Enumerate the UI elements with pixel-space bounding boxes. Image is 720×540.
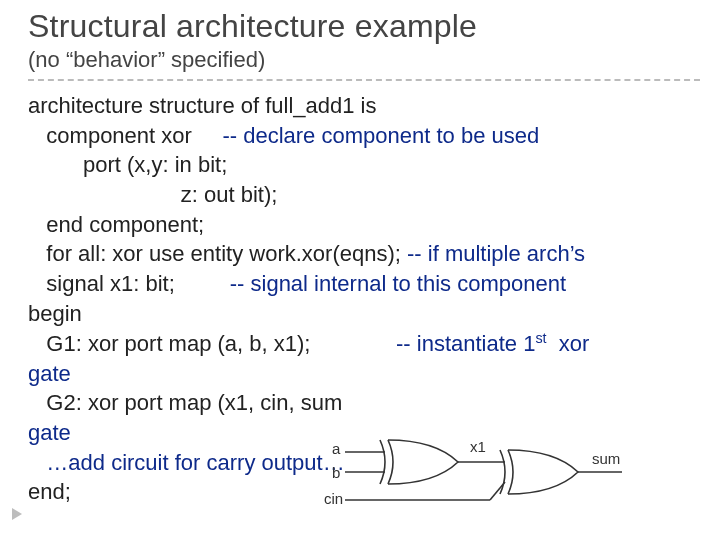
divider <box>28 79 700 81</box>
slide-subtitle: (no “behavior” specified) <box>28 47 700 73</box>
code-line: port (x,y: in bit; <box>28 152 227 177</box>
code-line: begin <box>28 301 82 326</box>
label-a: a <box>332 440 340 457</box>
code-line: gate <box>28 420 71 445</box>
code-line: signal x1: bit; -- signal internal to th… <box>28 271 566 296</box>
label-b: b <box>332 464 340 481</box>
code-line: gate <box>28 361 71 386</box>
label-x1: x1 <box>470 438 486 455</box>
label-sum: sum <box>592 450 620 467</box>
code-line: end; <box>28 479 71 504</box>
code-line: component xor -- declare component to be… <box>28 123 539 148</box>
code-line: for all: xor use entity work.xor(eqns); … <box>28 241 585 266</box>
code-line: z: out bit); <box>28 182 277 207</box>
code-line: architecture structure of full_add1 is <box>28 93 377 118</box>
schematic-diagram: a b cin x1 sum <box>330 430 630 525</box>
bullet-arrow-icon <box>12 508 22 520</box>
code-line: end component; <box>28 212 204 237</box>
code-line: G1: xor port map (a, b, x1); -- instanti… <box>28 331 589 356</box>
code-line: G2: xor port map (x1, cin, sum <box>28 390 342 415</box>
slide-title: Structural architecture example <box>28 8 700 45</box>
code-line: …add circuit for carry output… <box>28 450 345 475</box>
label-cin: cin <box>324 490 343 507</box>
